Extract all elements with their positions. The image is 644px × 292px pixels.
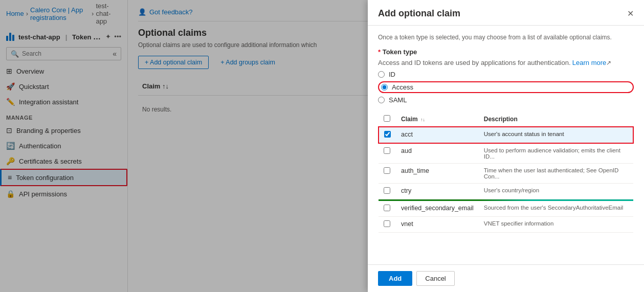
claim-desc-acct: User's account status in tenant — [479, 127, 633, 143]
table-row: vnetVNET specifier information — [379, 216, 633, 232]
radio-access-input[interactable] — [381, 84, 388, 91]
claim-name-auth_time: auth_time — [396, 164, 479, 184]
token-type-label: * Token type — [378, 48, 634, 56]
claim-checkbox-cell[interactable] — [379, 164, 396, 184]
radio-id-input[interactable] — [378, 71, 385, 78]
claim-name-acct: acct — [396, 127, 479, 143]
learn-more-link[interactable]: Learn more — [572, 59, 606, 66]
panel-header: Add optional claim ✕ — [368, 0, 644, 26]
claim-checkbox-cell[interactable] — [379, 127, 396, 143]
claim-name-aud: aud — [396, 143, 479, 164]
claim-name-vnet: vnet — [396, 216, 479, 232]
col-desc-header: Description — [479, 112, 633, 127]
panel-body: Once a token type is selected, you may c… — [368, 26, 644, 264]
table-row: audUsed to perform audience validation; … — [379, 143, 633, 164]
select-all-checkbox[interactable] — [384, 115, 390, 122]
table-row: verified_secondary_emailSourced from the… — [379, 201, 633, 217]
panel-overlay[interactable]: Add optional claim ✕ Once a token type i… — [0, 0, 644, 292]
radio-id[interactable]: ID — [378, 71, 634, 78]
claim-desc-ctry: User's country/region — [479, 184, 633, 199]
claims-list-table: Claim ↑↓ Description acctUser's account … — [378, 112, 634, 233]
radio-saml-input[interactable] — [378, 97, 385, 103]
claim-name-verified_secondary_email: verified_secondary_email — [396, 201, 479, 217]
panel-title: Add optional claim — [378, 8, 460, 19]
claim-checkbox-cell[interactable] — [379, 216, 396, 232]
table-row: acctUser's account status in tenant — [379, 127, 633, 143]
claim-desc-vnet: VNET specifier information — [479, 216, 633, 232]
claim-checkbox-acct[interactable] — [384, 131, 391, 138]
panel-subtitle: Once a token type is selected, you may c… — [378, 34, 634, 41]
claim-checkbox-vnet[interactable] — [384, 220, 390, 227]
radio-access[interactable]: Access — [378, 81, 634, 93]
token-type-desc: Access and ID tokens are used by applica… — [378, 59, 634, 66]
col-checkbox — [379, 112, 396, 127]
claim-desc-auth_time: Time when the user last authenticated; S… — [479, 164, 633, 184]
claim-checkbox-cell[interactable] — [379, 201, 396, 217]
token-type-radio-group: ID Access SAML — [378, 71, 634, 104]
table-row: auth_timeTime when the user last authent… — [379, 164, 633, 184]
radio-saml[interactable]: SAML — [378, 96, 634, 104]
add-button[interactable]: Add — [378, 271, 412, 286]
claim-name-ctry: ctry — [396, 184, 479, 199]
col-claim-header: Claim ↑↓ — [396, 112, 479, 127]
cancel-button[interactable]: Cancel — [416, 271, 454, 286]
claim-checkbox-cell[interactable] — [379, 184, 396, 199]
claim-desc-verified_secondary_email: Sourced from the user's SecondaryAuthori… — [479, 201, 633, 217]
claim-checkbox-cell[interactable] — [379, 143, 396, 164]
table-row: ctryUser's country/region — [379, 184, 633, 199]
panel-footer: Add Cancel — [368, 264, 644, 292]
claim-checkbox-ctry[interactable] — [384, 187, 390, 194]
claim-checkbox-auth_time[interactable] — [384, 167, 390, 174]
add-claim-panel: Add optional claim ✕ Once a token type i… — [368, 0, 644, 292]
claims-table-header-row: Claim ↑↓ Description — [379, 112, 633, 127]
claim-desc-aud: Used to perform audience validation; emi… — [479, 143, 633, 164]
sort-icon: ↑↓ — [420, 117, 425, 122]
claim-checkbox-aud[interactable] — [384, 147, 390, 154]
panel-close-button[interactable]: ✕ — [627, 9, 634, 18]
claim-checkbox-verified_secondary_email[interactable] — [384, 205, 390, 211]
